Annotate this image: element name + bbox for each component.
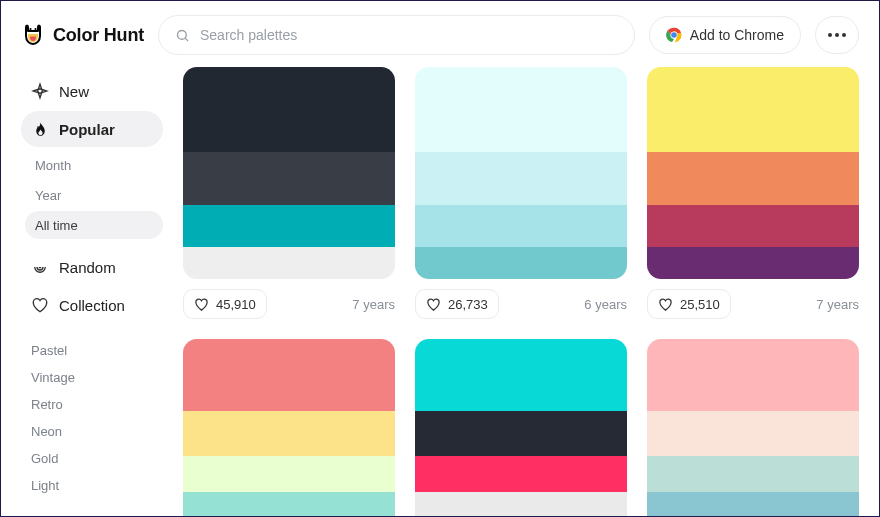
swatch-color[interactable]	[647, 339, 859, 411]
palette-age: 7 years	[816, 297, 859, 312]
main-layout: New Popular Month Year All time Random C…	[1, 67, 879, 517]
palette-swatch[interactable]	[183, 67, 395, 279]
heart-outline-icon	[426, 297, 441, 312]
swatch-color[interactable]	[647, 492, 859, 517]
more-menu-button[interactable]	[815, 16, 859, 54]
like-button[interactable]: 26,733	[415, 289, 499, 319]
palette-meta: 26,7336 years	[415, 289, 627, 319]
chrome-icon	[666, 27, 682, 43]
brand-name: Color Hunt	[53, 25, 144, 46]
svg-point-6	[671, 32, 677, 38]
sidebar-item-popular[interactable]: Popular	[21, 111, 163, 147]
palette-grid: 45,9107 years26,7336 years25,5107 years	[183, 67, 859, 517]
spiral-icon	[31, 258, 49, 276]
palette-card: 26,7336 years	[415, 67, 627, 319]
swatch-color[interactable]	[415, 492, 627, 517]
tag-vintage[interactable]: Vintage	[21, 364, 163, 391]
search-bar[interactable]	[158, 15, 635, 55]
palette-grid-container: 45,9107 years26,7336 years25,5107 years	[183, 67, 859, 517]
like-count: 25,510	[680, 297, 720, 312]
palette-card: 45,9107 years	[183, 67, 395, 319]
svg-point-2	[177, 30, 186, 39]
swatch-color[interactable]	[415, 456, 627, 492]
tag-neon[interactable]: Neon	[21, 418, 163, 445]
tag-pastel[interactable]: Pastel	[21, 337, 163, 364]
swatch-color[interactable]	[647, 411, 859, 456]
swatch-color[interactable]	[183, 247, 395, 279]
swatch-color[interactable]	[415, 152, 627, 205]
subfilter-year[interactable]: Year	[25, 181, 163, 209]
swatch-color[interactable]	[647, 152, 859, 205]
sidebar-item-random[interactable]: Random	[21, 249, 163, 285]
swatch-color[interactable]	[647, 67, 859, 152]
add-to-chrome-button[interactable]: Add to Chrome	[649, 16, 801, 54]
palette-swatch[interactable]	[647, 339, 859, 517]
brand[interactable]: Color Hunt	[21, 23, 144, 47]
more-icon	[828, 33, 846, 37]
like-button[interactable]: 45,910	[183, 289, 267, 319]
heart-outline-icon	[194, 297, 209, 312]
swatch-color[interactable]	[183, 456, 395, 492]
sidebar-item-label: Random	[59, 259, 116, 276]
add-to-chrome-label: Add to Chrome	[690, 27, 784, 43]
swatch-color[interactable]	[647, 205, 859, 247]
swatch-color[interactable]	[647, 456, 859, 492]
swatch-color[interactable]	[183, 339, 395, 411]
subfilter-month[interactable]: Month	[25, 151, 163, 179]
app-header: Color Hunt Add to Chrome	[1, 1, 879, 67]
subfilter-label: Year	[35, 188, 61, 203]
logo-icon	[21, 23, 45, 47]
sidebar-item-new[interactable]: New	[21, 73, 163, 109]
palette-age: 7 years	[352, 297, 395, 312]
search-icon	[175, 28, 190, 43]
sparkle-diamond-icon	[31, 82, 49, 100]
palette-card	[415, 339, 627, 517]
like-count: 45,910	[216, 297, 256, 312]
svg-line-3	[185, 38, 188, 41]
tag-list: Pastel Vintage Retro Neon Gold Light	[21, 337, 163, 499]
palette-card	[183, 339, 395, 517]
swatch-color[interactable]	[415, 411, 627, 456]
sidebar-item-label: Collection	[59, 297, 125, 314]
sidebar-item-label: Popular	[59, 121, 115, 138]
palette-age: 6 years	[584, 297, 627, 312]
flame-icon	[31, 120, 49, 138]
like-count: 26,733	[448, 297, 488, 312]
swatch-color[interactable]	[415, 247, 627, 279]
heart-outline-icon	[31, 296, 49, 314]
tag-retro[interactable]: Retro	[21, 391, 163, 418]
palette-meta: 45,9107 years	[183, 289, 395, 319]
like-button[interactable]: 25,510	[647, 289, 731, 319]
subfilter-alltime[interactable]: All time	[25, 211, 163, 239]
palette-card: 25,5107 years	[647, 67, 859, 319]
swatch-color[interactable]	[415, 339, 627, 411]
search-input[interactable]	[200, 27, 618, 43]
swatch-color[interactable]	[183, 492, 395, 517]
swatch-color[interactable]	[415, 205, 627, 247]
popular-subfilters: Month Year All time	[21, 151, 163, 239]
palette-swatch[interactable]	[183, 339, 395, 517]
swatch-color[interactable]	[183, 411, 395, 456]
swatch-color[interactable]	[647, 247, 859, 279]
svg-point-0	[29, 28, 31, 30]
heart-outline-icon	[658, 297, 673, 312]
swatch-color[interactable]	[183, 205, 395, 247]
subfilter-label: Month	[35, 158, 71, 173]
swatch-color[interactable]	[415, 67, 627, 152]
palette-swatch[interactable]	[415, 339, 627, 517]
svg-point-1	[34, 28, 36, 30]
palette-meta: 25,5107 years	[647, 289, 859, 319]
tag-gold[interactable]: Gold	[21, 445, 163, 472]
palette-swatch[interactable]	[647, 67, 859, 279]
palette-card	[647, 339, 859, 517]
swatch-color[interactable]	[183, 67, 395, 152]
sidebar-item-collection[interactable]: Collection	[21, 287, 163, 323]
palette-swatch[interactable]	[415, 67, 627, 279]
tag-light[interactable]: Light	[21, 472, 163, 499]
swatch-color[interactable]	[183, 152, 395, 205]
sidebar: New Popular Month Year All time Random C…	[21, 67, 163, 517]
sidebar-item-label: New	[59, 83, 89, 100]
subfilter-label: All time	[35, 218, 78, 233]
